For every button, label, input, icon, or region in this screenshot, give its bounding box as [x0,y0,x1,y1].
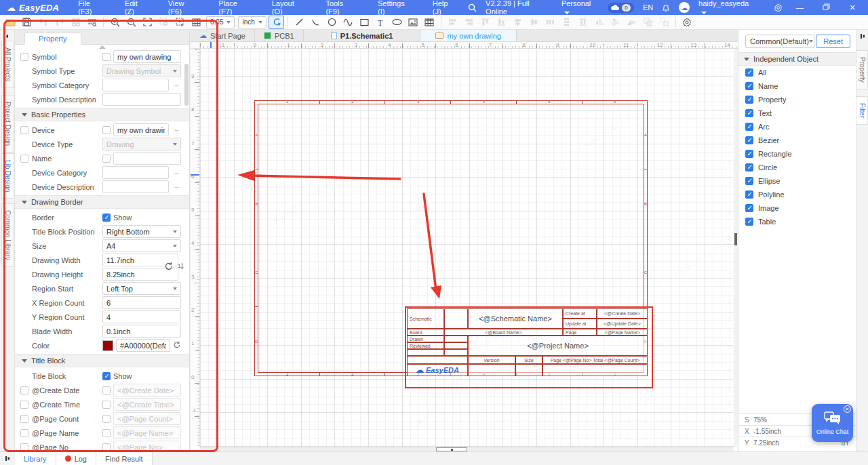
create-date-input[interactable] [113,384,181,397]
ungroup-icon[interactable] [656,16,672,29]
create-date-value-checkbox[interactable] [102,386,111,395]
rail-tab-common-library[interactable]: Common Library [1,203,14,267]
blade-width-input[interactable] [102,325,181,338]
flip-horizontal-icon[interactable] [591,16,607,29]
table-tool-icon[interactable] [422,16,437,29]
filter-item[interactable]: Arc [738,120,856,134]
color-reset-icon[interactable] [173,341,181,350]
tab-property[interactable]: Property [24,33,81,45]
checkbox-checked-icon[interactable] [745,136,753,144]
refresh-size-icon[interactable] [164,262,173,272]
page-count-value-checkbox[interactable] [102,415,111,423]
zoom-in-icon[interactable] [107,16,123,29]
checkbox-checked-icon[interactable] [745,68,753,77]
name-row-checkbox[interactable] [20,155,28,163]
arc-tool-icon[interactable] [308,16,323,29]
window-minimize-button[interactable]: — [791,3,809,12]
checkbox-checked-icon[interactable] [745,150,753,158]
dock-pin-icon[interactable] [860,33,865,41]
language-switch[interactable]: EN [643,3,653,12]
create-time-row-checkbox[interactable] [20,401,28,409]
line-tool-icon[interactable] [292,16,307,29]
filter-preset-select[interactable]: Common(Default) [745,35,814,48]
open-folder-icon[interactable] [3,16,18,29]
rail-tab-all-projects[interactable]: All Projects [1,41,14,88]
rail-tab-property[interactable]: Property [856,50,868,89]
align-center-vertical-icon[interactable] [510,16,526,29]
page-name-input[interactable] [113,426,181,439]
title-block-position-select[interactable]: Right Bottom [102,225,181,238]
fit-view-icon[interactable] [140,16,155,29]
save-icon[interactable] [19,16,35,29]
checkbox-checked-icon[interactable] [745,218,753,226]
checkbox-checked-icon[interactable] [745,190,753,199]
symbol-type-select[interactable]: Drawing Symbol [102,64,181,77]
tab-start-page[interactable]: ☁Start Page [191,30,255,41]
filter-item[interactable]: Table [738,215,856,228]
device-category-input[interactable] [102,166,169,179]
filter-item[interactable]: Property [738,93,856,106]
flip-vertical-icon[interactable] [608,16,623,29]
checkbox-checked-icon[interactable] [745,204,753,212]
filter-item[interactable]: Image [738,201,856,215]
align-center-horizontal-icon[interactable] [526,16,542,29]
rail-tab-project-design[interactable]: Project Design [1,95,14,153]
grid-size-select[interactable]: 0.05 [206,16,235,28]
align-left-icon[interactable] [445,16,460,29]
tab-find-result[interactable]: Find Result [96,452,153,465]
online-chat-button[interactable]: ✕ Online Chat [812,404,853,442]
filter-item[interactable]: Ellipse [738,174,856,188]
distribute-vertical-icon[interactable] [559,16,574,29]
menubar-item[interactable]: Tools (F9) [316,0,368,16]
tab-my-own-drawing[interactable]: my own drawing [420,30,516,41]
easyeda-logo[interactable]: ☁ EasyEDA [0,3,68,13]
array-grid-icon[interactable] [68,16,83,29]
checkbox-checked-icon[interactable] [745,109,753,117]
menubar-item[interactable]: View (F6) [159,0,210,16]
undo-icon[interactable] [35,16,51,29]
checkbox-checked-icon[interactable] [745,123,753,131]
align-bottom-icon[interactable] [494,16,509,29]
drawing-canvas[interactable]: 123456 123456 ABCD ABCD Schematic <@Sche… [200,49,734,447]
device-type-select[interactable]: Drawing [102,138,181,150]
grid-settings-icon[interactable] [189,16,204,29]
menubar-item[interactable]: Settings (I) [368,0,423,16]
reset-button[interactable]: Reset [816,35,850,48]
account-type-dropdown[interactable]: Personal [561,0,599,16]
page-no-row-checkbox[interactable] [20,443,28,451]
page-no-value-checkbox[interactable] [102,443,111,451]
menubar-item[interactable]: Help (J) [423,0,468,16]
size-select[interactable]: A4 [102,239,181,252]
swap-width-height-icon[interactable]: 1 [178,262,184,272]
menubar-item[interactable]: Place (F7) [209,0,262,16]
image-tool-icon[interactable] [406,16,421,29]
redo-icon[interactable] [52,16,67,29]
name-value-checkbox[interactable] [102,155,111,163]
device-description-input[interactable] [102,180,169,193]
checkbox-checked-icon[interactable] [745,177,753,185]
symbol-description-input[interactable] [102,93,181,106]
title-block-show-checkbox[interactable] [102,372,111,380]
equal-spacing-icon[interactable] [575,16,591,29]
bezier-tool-icon[interactable] [340,16,356,29]
color-swatch[interactable] [102,340,113,351]
filter-item[interactable]: Polyline [738,188,856,201]
cloud-sync-badge[interactable]: 0 [608,3,634,13]
more-dots-button[interactable] [172,81,181,89]
zoom-window-icon[interactable] [156,16,172,29]
settings-gear-icon[interactable] [774,3,783,12]
text-tool-icon[interactable]: T [373,16,389,29]
symbol-input[interactable] [113,50,181,63]
dock-pin-icon[interactable] [3,33,9,41]
name-input[interactable] [113,152,181,165]
user-avatar[interactable]: ☁ [679,2,690,13]
tab-library[interactable]: Library [15,452,56,465]
filter-item[interactable]: Text [738,106,856,120]
zoom-point-icon[interactable]: a [172,16,188,29]
menubar-item[interactable]: File (F3) [68,0,115,16]
tab-pcb1[interactable]: PCB1 [255,30,304,41]
unit-select[interactable]: inch [238,16,266,28]
filter-item[interactable]: Bezier [738,134,856,147]
window-restore-button[interactable] [817,3,835,12]
page-no-input[interactable] [113,441,181,451]
